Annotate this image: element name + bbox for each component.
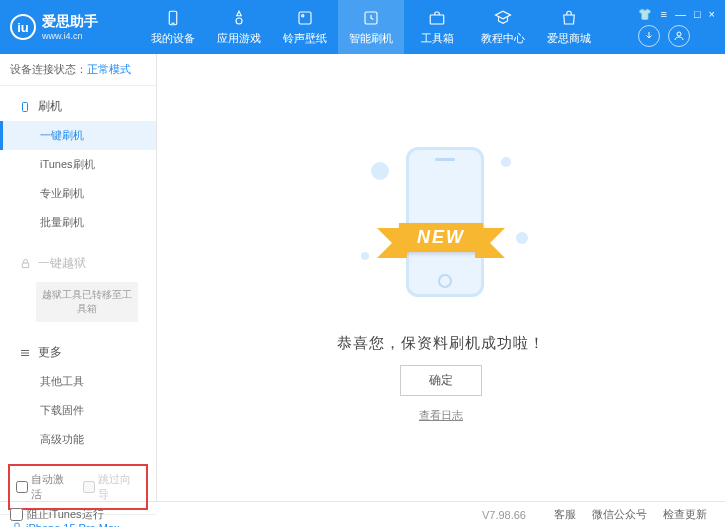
sidebar-item-itunes-flash[interactable]: iTunes刷机 — [0, 150, 156, 179]
success-message: 恭喜您，保资料刷机成功啦！ — [337, 334, 545, 353]
sidebar-head-jailbreak: 一键越狱 — [0, 249, 156, 278]
connection-status: 设备连接状态：正常模式 — [0, 54, 156, 86]
nav-ringtone-wallpaper[interactable]: 铃声壁纸 — [272, 0, 338, 54]
view-log-link[interactable]: 查看日志 — [419, 408, 463, 423]
apps-icon — [229, 8, 249, 28]
auto-activate-checkbox[interactable]: 自动激活 — [16, 472, 73, 502]
titlebar: iu 爱思助手 www.i4.cn 我的设备 应用游戏 铃声壁纸 智能刷机 工具… — [0, 0, 725, 54]
activation-options: 自动激活 跳过向导 — [8, 464, 148, 510]
svg-rect-9 — [22, 263, 28, 268]
toolbox-icon — [427, 8, 447, 28]
sidebar-item-batch-flash[interactable]: 批量刷机 — [0, 208, 156, 237]
nav-store[interactable]: 爱思商城 — [536, 0, 602, 54]
flash-group-icon — [18, 100, 32, 114]
more-icon — [18, 346, 32, 360]
shirt-icon[interactable]: 👕 — [638, 8, 652, 21]
nav-apps-games[interactable]: 应用游戏 — [206, 0, 272, 54]
nav-toolbox[interactable]: 工具箱 — [404, 0, 470, 54]
footer-support[interactable]: 客服 — [554, 507, 576, 522]
svg-rect-3 — [299, 12, 311, 24]
top-nav: 我的设备 应用游戏 铃声壁纸 智能刷机 工具箱 教程中心 爱思商城 — [140, 0, 602, 54]
tutorial-icon — [493, 8, 513, 28]
sidebar-head-flash[interactable]: 刷机 — [0, 92, 156, 121]
app-name: 爱思助手 — [42, 13, 98, 31]
app-logo: iu 爱思助手 www.i4.cn — [10, 13, 140, 41]
block-itunes-checkbox[interactable]: 阻止iTunes运行 — [10, 507, 104, 522]
svg-rect-13 — [15, 523, 19, 527]
nav-my-device[interactable]: 我的设备 — [140, 0, 206, 54]
svg-point-2 — [236, 18, 242, 24]
skip-setup-checkbox[interactable]: 跳过向导 — [83, 472, 140, 502]
user-button[interactable] — [668, 25, 690, 47]
download-button[interactable] — [638, 25, 660, 47]
sidebar: 设备连接状态：正常模式 刷机 一键刷机 iTunes刷机 专业刷机 批量刷机 一… — [0, 54, 157, 501]
svg-point-7 — [677, 32, 681, 36]
close-icon[interactable]: × — [709, 8, 715, 21]
sidebar-item-other-tools[interactable]: 其他工具 — [0, 367, 156, 396]
nav-tutorials[interactable]: 教程中心 — [470, 0, 536, 54]
sidebar-item-download-firmware[interactable]: 下载固件 — [0, 396, 156, 425]
logo-icon: iu — [10, 14, 36, 40]
success-illustration: NEW — [341, 132, 541, 322]
content-area: NEW 恭喜您，保资料刷机成功啦！ 确定 查看日志 — [157, 54, 725, 501]
device-icon — [163, 8, 183, 28]
version-label: V7.98.66 — [482, 509, 526, 521]
sidebar-item-pro-flash[interactable]: 专业刷机 — [0, 179, 156, 208]
store-icon — [559, 8, 579, 28]
flash-icon — [361, 8, 381, 28]
app-url: www.i4.cn — [42, 31, 98, 41]
sidebar-item-oneclick-flash[interactable]: 一键刷机 — [0, 121, 156, 150]
minimize-icon[interactable]: — — [675, 8, 686, 21]
sidebar-item-advanced[interactable]: 高级功能 — [0, 425, 156, 454]
new-ribbon: NEW — [399, 223, 483, 252]
lock-icon — [18, 257, 32, 271]
footer-wechat[interactable]: 微信公众号 — [592, 507, 647, 522]
svg-point-4 — [302, 15, 304, 17]
footer-check-update[interactable]: 检查更新 — [663, 507, 707, 522]
menu-icon[interactable]: ≡ — [660, 8, 666, 21]
jailbreak-moved-note: 越狱工具已转移至工具箱 — [36, 282, 138, 322]
window-controls: 👕 ≡ — □ × — [638, 8, 715, 47]
wallpaper-icon — [295, 8, 315, 28]
ok-button[interactable]: 确定 — [400, 365, 482, 396]
maximize-icon[interactable]: □ — [694, 8, 701, 21]
sidebar-head-more[interactable]: 更多 — [0, 338, 156, 367]
svg-rect-6 — [430, 15, 444, 24]
nav-smart-flash[interactable]: 智能刷机 — [338, 0, 404, 54]
svg-rect-8 — [23, 102, 28, 111]
